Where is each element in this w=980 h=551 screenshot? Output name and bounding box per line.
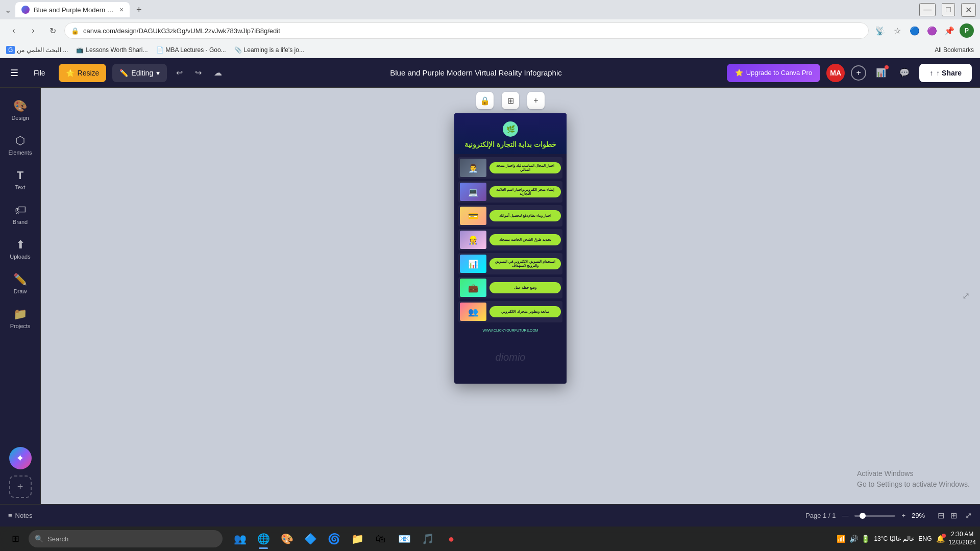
magic-circle-btn[interactable]: ✦ <box>9 447 32 469</box>
notes-btn[interactable]: ≡ Notes <box>8 512 33 519</box>
redo-btn[interactable]: ↪ <box>192 65 205 81</box>
elements-icon: ⬡ <box>15 134 25 147</box>
maximize-btn[interactable]: □ <box>942 3 955 16</box>
taskbar-apps: 👥 🌐 🎨 🔷 🌀 📁 🛍 📧 <box>229 528 462 550</box>
user-avatar[interactable]: MA <box>826 64 845 82</box>
taskbar-search-btn[interactable]: 🔍 Search <box>29 530 223 547</box>
bookmark-4[interactable]: 📎 Learning is a life's jo... <box>234 46 304 54</box>
sidebar-item-design[interactable]: 🎨 Design <box>4 94 37 127</box>
add-collaborator-btn[interactable]: + <box>851 65 866 81</box>
step-row-7: متابعة وتطوير متجرك الالكتروني 👥 <box>458 301 562 322</box>
canvas-expand-btn[interactable]: ⤢ <box>962 290 970 302</box>
bookmark-2[interactable]: 📺 Lessons Worth Shari... <box>76 46 148 54</box>
title-bar-controls: ⌄ <box>4 6 11 13</box>
extension1-icon[interactable]: 🔵 <box>908 23 922 38</box>
taskbar-app-chrome[interactable]: 🌐 <box>252 528 275 550</box>
page-label: Page 1 / 1 <box>805 512 836 519</box>
bookmark-3[interactable]: 📄 MBA Lectures - Goo... <box>156 46 226 54</box>
close-btn[interactable]: ✕ <box>961 3 976 17</box>
system-icons: 📶 🔊 🔋 <box>836 534 870 544</box>
weather-widget[interactable]: 13°C عالم غالبًا <box>874 535 914 542</box>
hamburger-btn[interactable]: ☰ <box>8 65 20 81</box>
bottom-bar: ≡ Notes Page 1 / 1 — + 29% ⊟ ⊞ ⤢ <box>0 504 980 527</box>
network-icon[interactable]: 📶 <box>836 534 846 544</box>
minimize-btn[interactable]: — <box>919 3 936 16</box>
design-preview[interactable]: 🌿 خطوات بداية التجارة الإلكترونية اختيار… <box>454 113 567 384</box>
sidebar-item-projects[interactable]: 📁 Projects <box>4 302 37 335</box>
start-button[interactable]: ⊞ <box>4 528 27 550</box>
zoom-minus-btn[interactable]: — <box>842 512 848 519</box>
battery-icon[interactable]: 🔋 <box>861 535 870 543</box>
canvas-area[interactable]: 🔒 ⊞ + 🌿 خطوات بداية التجارة الإلكترونية <box>41 88 980 504</box>
taskbar-app-store[interactable]: 🛍 <box>370 528 392 550</box>
step-label-4: تحديد طرق الشحن الخاصة بمنتجك <box>489 234 561 245</box>
grid-view-btn[interactable]: ⊟ <box>936 509 946 522</box>
taskbar-app-photos[interactable]: 👥 <box>229 528 251 550</box>
taskbar-app-canva[interactable]: 🎨 <box>276 528 298 550</box>
bookmark-4-label: Learning is a life's jo... <box>244 46 304 54</box>
sidebar-item-text[interactable]: T Text <box>4 163 37 196</box>
new-tab-btn[interactable]: + <box>132 3 146 17</box>
window-controls: — □ ✕ <box>919 3 976 17</box>
bookmark-star-icon[interactable]: ☆ <box>890 23 904 38</box>
taskbar-app-edge[interactable]: 🌀 <box>323 528 345 550</box>
sidebar-item-uploads[interactable]: ⬆ Uploads <box>4 233 37 265</box>
profile-icon[interactable]: P <box>960 23 974 38</box>
search-icon: 🔍 <box>35 535 43 543</box>
page-info: Page 1 / 1 — + 29% ⊟ ⊞ ⤢ <box>805 509 972 522</box>
magic-btn[interactable]: ☁ <box>211 65 225 81</box>
resize-btn[interactable]: ⭐ Resize <box>59 64 107 82</box>
tab-close-btn[interactable]: × <box>119 6 124 14</box>
extension3-icon[interactable]: 📌 <box>942 23 957 38</box>
forward-btn[interactable]: › <box>26 23 41 38</box>
undo-btn[interactable]: ↩ <box>173 65 186 81</box>
upgrade-btn[interactable]: ⭐ Upgrade to Canva Pro <box>727 64 820 82</box>
step-row-4: تحديد طرق الشحن الخاصة بمنتجك 👷 <box>458 229 562 251</box>
mail-icon: 📧 <box>398 533 411 545</box>
sidebar-item-draw[interactable]: ✏️ Draw <box>4 267 37 300</box>
comment-btn[interactable]: 💬 <box>896 64 913 82</box>
analytics-btn[interactable]: 📊 <box>872 64 890 82</box>
all-bookmarks-btn[interactable]: All Bookmarks <box>935 46 974 54</box>
clock-display[interactable]: 2:30 AM 12/3/2024 <box>949 531 976 546</box>
taskbar-app-teams[interactable]: 🔷 <box>299 528 322 550</box>
step-image-4: 👷 <box>460 231 486 249</box>
extension2-icon[interactable]: 🟣 <box>925 23 939 38</box>
file-btn[interactable]: File <box>27 64 53 82</box>
volume-icon[interactable]: 🔊 <box>848 534 859 544</box>
fullscreen-btn[interactable]: ⤢ <box>965 511 972 520</box>
share-btn[interactable]: ↑ ↑ Share <box>919 64 972 82</box>
sidebar-item-elements[interactable]: ⬡ Elements <box>4 129 37 161</box>
add-page-btn[interactable]: + <box>527 92 545 109</box>
taskbar-app-explorer[interactable]: 📁 <box>346 528 369 550</box>
editing-btn[interactable]: ✏️ Editing ▾ <box>112 64 167 82</box>
zoom-slider[interactable] <box>854 515 895 517</box>
taskbar-app-mail[interactable]: 📧 <box>393 528 415 550</box>
add-more-btn[interactable]: + <box>9 475 32 498</box>
design-steps: اختيار المجال المناسب ليك واختيار منتجه … <box>454 154 567 325</box>
bookmark-1[interactable]: G البحث العلمي من ... <box>6 46 68 54</box>
notification-btn[interactable]: 🔔 <box>936 535 945 543</box>
taskbar-app-red[interactable]: ● <box>440 528 462 550</box>
lock-icon: 🔒 <box>71 27 79 35</box>
back-btn[interactable]: ‹ <box>6 23 21 38</box>
canva-icon: 🎨 <box>281 533 293 545</box>
tab-back-btn[interactable]: ⌄ <box>4 6 11 13</box>
lock-canvas-btn[interactable]: 🔒 <box>476 92 494 109</box>
canva-app: ☰ File ⭐ Resize ✏️ Editing ▾ ↩ ↪ ☁ Blue … <box>0 58 980 527</box>
cast-icon[interactable]: 📡 <box>873 23 887 38</box>
refresh-btn[interactable]: ↻ <box>45 23 60 38</box>
design-icon: 🎨 <box>13 99 27 113</box>
sidebar-item-brand[interactable]: 🏷 Brand <box>4 198 37 231</box>
design-header: 🌿 خطوات بداية التجارة الإلكترونية <box>454 113 567 154</box>
multi-page-view-btn[interactable]: ⊞ <box>948 509 959 522</box>
address-bar[interactable]: 🔒 canva.com/design/DAGUkG3zkGg/vUML2zvJw… <box>64 22 869 39</box>
duplicate-canvas-btn[interactable]: ⊞ <box>502 92 519 109</box>
zoom-plus-btn[interactable]: + <box>901 512 905 519</box>
active-tab[interactable]: Blue and Purple Modern Virtual... × <box>15 2 130 17</box>
step-row-5: استخدام التسويق الالكتروني في التسويق وا… <box>458 253 562 274</box>
language-btn[interactable]: ENG <box>919 535 932 542</box>
url-text: canva.com/design/DAGUkG3zkGg/vUML2zvJwk7… <box>83 27 280 35</box>
taskbar-app-music[interactable]: 🎵 <box>416 528 439 550</box>
step-image-3: 💳 <box>460 207 486 225</box>
